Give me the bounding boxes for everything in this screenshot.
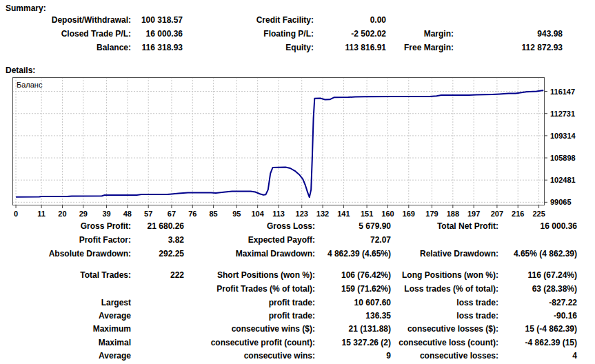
stat-value: 943.98	[537, 28, 563, 39]
svg-text:0: 0	[14, 210, 18, 218]
stat-value: 21 (131.88)	[349, 323, 391, 334]
stat-label: profit trade:	[269, 310, 315, 321]
stat-label: Maximal Drawdown:	[236, 248, 315, 259]
stat-label: consecutive losses:	[420, 350, 498, 361]
stat-label: Maximal	[99, 337, 131, 348]
stat-label: Expected Payoff:	[248, 234, 315, 245]
svg-text:116147: 116147	[550, 88, 575, 96]
stat-value: 100 318.57	[141, 14, 183, 26]
svg-text:20: 20	[58, 210, 66, 218]
stat-value: 4 862.39 (4.65%)	[327, 248, 391, 259]
stat-value: 10 607.60	[354, 297, 391, 308]
stat-value: 16 000.36	[541, 221, 577, 232]
stat-label: Total Trades:	[80, 270, 131, 281]
stat-value: 0.00	[370, 14, 386, 26]
summary-row: Balance: 116 318.93 Equity: 113 816.91 F…	[0, 42, 595, 53]
svg-text:197: 197	[467, 210, 480, 218]
stat-value: 292.25	[159, 248, 184, 259]
svg-text:102481: 102481	[550, 176, 576, 184]
svg-text:67: 67	[168, 210, 176, 218]
stat-value: -827.22	[549, 297, 577, 308]
results-row: Absolute Drawdown: 292.25 Maximal Drawdo…	[0, 248, 595, 259]
stat-label: Credit Facility:	[256, 14, 314, 26]
stat-value: 4.65% (4 862.39)	[514, 248, 577, 259]
stat-value: 4	[572, 350, 577, 361]
svg-text:109314: 109314	[550, 132, 576, 140]
svg-text:85: 85	[209, 210, 217, 218]
stat-label: consecutive losses ($):	[407, 323, 498, 334]
stat-value: 63 (28.38%)	[532, 283, 577, 294]
stat-label: Margin:	[424, 28, 454, 39]
summary-row: Deposit/Withdrawal: 100 318.57 Credit Fa…	[0, 14, 595, 26]
svg-text:104: 104	[251, 210, 264, 218]
stat-label: loss trade:	[456, 297, 498, 308]
stat-value: -4 862.39 (15)	[525, 337, 577, 348]
trades-row: Profit Trades (% of total): 159 (71.62%)…	[0, 283, 595, 294]
stat-label: Free Margin:	[404, 42, 454, 53]
svg-text:151: 151	[361, 210, 373, 218]
stat-label: Relative Drawdown:	[420, 248, 498, 259]
svg-text:95: 95	[232, 210, 241, 218]
stat-value: -2 502.02	[351, 28, 386, 39]
stat-value: 113 816.91	[345, 42, 386, 53]
stat-value: 159 (71.62%)	[341, 283, 391, 294]
stat-label: Profit Factor:	[79, 234, 131, 245]
svg-text:188: 188	[447, 210, 459, 218]
stat-value: 136.35	[365, 310, 391, 321]
stat-value: 116 318.93	[142, 42, 183, 53]
svg-text:225: 225	[532, 210, 545, 218]
stat-value: 15 327.26 (2)	[342, 337, 391, 348]
stat-value: 5 679.90	[359, 221, 391, 232]
stat-label: Absolute Drawdown:	[49, 248, 131, 259]
svg-text:76: 76	[188, 210, 196, 218]
stat-value: 3.82	[168, 234, 184, 245]
stat-label: consecutive loss (count):	[399, 337, 498, 348]
stat-label: Gross Profit:	[81, 221, 131, 232]
stat-label: consecutive profit (count):	[211, 337, 315, 348]
account-statement-report: Summary: Deposit/Withdrawal: 100 318.57 …	[0, 0, 595, 364]
stat-label: Average	[99, 350, 131, 361]
trades-row: Largest profit trade: 10 607.60 loss tra…	[0, 297, 595, 308]
svg-text:48: 48	[123, 210, 132, 218]
svg-text:39: 39	[102, 210, 110, 218]
stat-value: 9	[386, 350, 391, 361]
stat-label: Largest	[101, 297, 131, 308]
svg-text:160: 160	[381, 210, 394, 218]
balance-chart: 0112029394857677685951041131231321411511…	[12, 77, 595, 219]
stat-value: 116 (67.24%)	[528, 270, 577, 281]
stat-value: 16 000.36	[146, 28, 183, 39]
stat-label: Floating P/L:	[263, 28, 314, 39]
stat-value: 112 872.93	[522, 42, 563, 53]
stat-value: 72.07	[370, 234, 391, 245]
stat-label: Closed Trade P/L:	[61, 28, 131, 39]
stat-value: -90.16	[554, 310, 577, 321]
stat-value: 106 (76.42%)	[341, 270, 391, 281]
svg-text:105898: 105898	[550, 154, 576, 162]
stat-value: 15 (-4 862.39)	[525, 323, 577, 334]
stat-label: Profit Trades (% of total):	[216, 283, 315, 294]
stat-label: Gross Loss:	[267, 221, 315, 232]
stat-label: Balance:	[97, 42, 131, 53]
balance-chart-svg: 0112029394857677685951041131231321411511…	[12, 77, 595, 219]
svg-text:179: 179	[425, 210, 438, 218]
trades-row: Average consecutive wins: 9 consecutive …	[0, 350, 595, 361]
trades-row: Total Trades: 222 Short Positions (won %…	[0, 270, 595, 281]
svg-text:112731: 112731	[550, 110, 575, 118]
stat-label: consecutive wins:	[244, 350, 315, 361]
results-row: Gross Profit: 21 680.26 Gross Loss: 5 67…	[0, 221, 595, 232]
svg-text:29: 29	[79, 210, 88, 218]
svg-text:123: 123	[296, 210, 308, 218]
svg-text:113: 113	[272, 210, 285, 218]
stat-label: Average	[99, 310, 131, 321]
stat-label: profit trade:	[269, 297, 315, 308]
details-header: Details:	[6, 65, 35, 75]
stat-label: Long Positions (won %):	[402, 270, 498, 281]
stat-label: loss trade:	[456, 310, 498, 321]
svg-text:99065: 99065	[550, 198, 572, 206]
svg-text:Баланс: Баланс	[17, 81, 43, 89]
stat-label: Total Net Profit:	[437, 221, 498, 232]
svg-text:57: 57	[144, 210, 152, 218]
trades-row: Average profit trade: 136.35 loss trade:…	[0, 310, 595, 321]
svg-text:216: 216	[512, 210, 524, 218]
trades-row: Maximum consecutive wins ($): 21 (131.88…	[0, 323, 595, 334]
